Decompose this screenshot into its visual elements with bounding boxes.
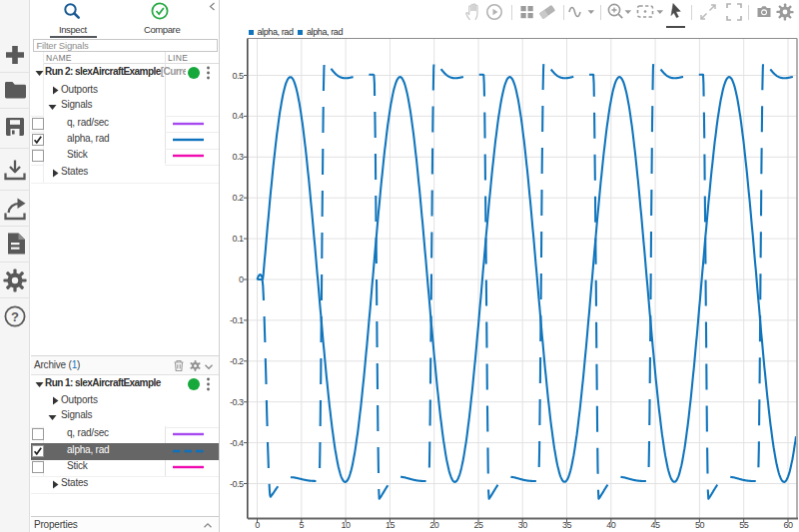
svg-text:-0.4: -0.4 [230,438,244,448]
svg-text:-0.3: -0.3 [230,397,244,407]
svg-text:0: 0 [239,274,244,284]
svg-text:15: 15 [386,520,396,530]
svg-text:10: 10 [342,520,352,530]
svg-text:25: 25 [473,520,483,530]
svg-text:20: 20 [429,520,439,530]
svg-text:55: 55 [739,520,749,530]
svg-text:0: 0 [255,520,260,530]
svg-text:35: 35 [562,520,572,530]
svg-text:-0.1: -0.1 [230,315,244,325]
svg-text:0.1: 0.1 [232,234,244,244]
svg-text:?: ? [11,309,19,324]
svg-text:0.4: 0.4 [232,111,244,121]
svg-text:60: 60 [783,520,793,530]
svg-text:5: 5 [300,520,305,530]
svg-text:0.3: 0.3 [232,152,244,162]
svg-text:-0.2: -0.2 [230,356,244,366]
svg-text:45: 45 [651,520,661,530]
svg-text:0.5: 0.5 [232,71,244,81]
svg-text:30: 30 [518,520,528,530]
svg-text:-0.5: -0.5 [230,479,244,489]
svg-text:40: 40 [606,520,616,530]
svg-text:0.2: 0.2 [232,193,244,203]
svg-text:50: 50 [695,520,705,530]
